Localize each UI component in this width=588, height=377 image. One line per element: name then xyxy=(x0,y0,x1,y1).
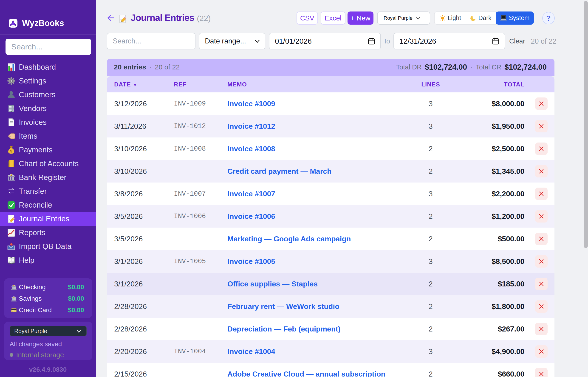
svg-text:$: $ xyxy=(13,285,14,286)
svg-text:$: $ xyxy=(13,296,14,298)
svg-text:$: $ xyxy=(10,149,12,153)
